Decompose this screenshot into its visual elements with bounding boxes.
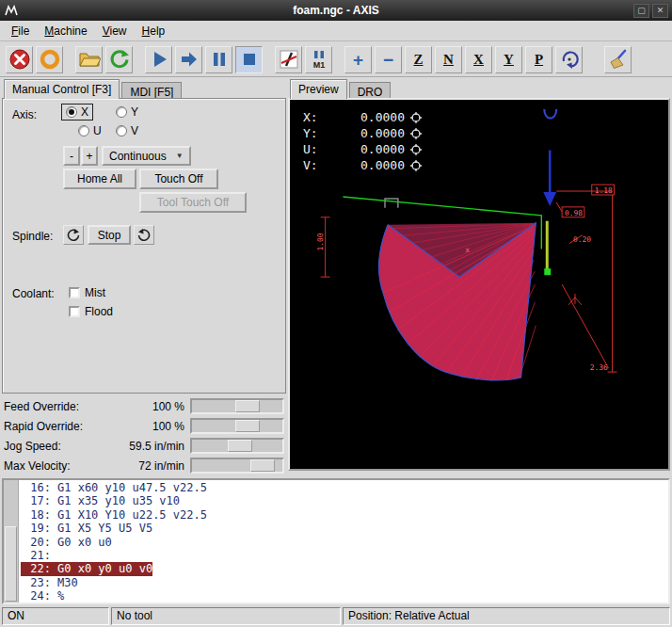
tab-manual-control[interactable]: Manual Control [F3] (4, 79, 120, 99)
titlebar: foam.ngc - AXIS ▢ ✕ (0, 0, 672, 21)
jog-speed-slider[interactable] (190, 438, 284, 454)
open-file-button[interactable] (75, 46, 103, 73)
gcode-line: 23:M30 (21, 576, 668, 589)
view-perspective-button[interactable]: P (525, 46, 552, 73)
view-z-button[interactable]: Z (405, 46, 432, 73)
rapid-override-value: 100 % (94, 420, 184, 433)
jog-speed-value: 59.5 in/min (94, 440, 184, 453)
gcode-line: 20:G0 x0 u0 (21, 536, 668, 549)
spindle-ccw-button[interactable] (63, 225, 84, 245)
mist-checkbox[interactable]: Mist (69, 286, 105, 299)
svg-text:1.00: 1.00 (316, 233, 325, 250)
svg-text:x: x (465, 246, 470, 254)
svg-text:1.18: 1.18 (595, 186, 613, 195)
mist-checkbox-icon (69, 287, 80, 298)
svg-text:2.36: 2.36 (590, 363, 608, 372)
coolant-label: Coolant: (12, 287, 55, 300)
menu-view[interactable]: View (95, 23, 135, 40)
run-button[interactable] (145, 46, 172, 73)
machine-state-status: ON (2, 607, 109, 625)
max-velocity-value: 72 in/min (94, 459, 184, 473)
maximize-button[interactable]: ▢ (633, 4, 649, 18)
gcode-line: 21: (21, 549, 668, 562)
rapid-override-handle[interactable] (235, 420, 260, 432)
feed-override-handle[interactable] (235, 400, 260, 412)
broom-icon (607, 48, 630, 71)
gcode-scrollbar-thumb[interactable] (5, 526, 17, 602)
window-title: foam.ngc - AXIS (0, 4, 672, 17)
preview-panel[interactable]: 1.18 0.98 0.20 1.00 2.36 x X: 0.0000 Y: … (288, 98, 670, 471)
gcode-listing: 16:G1 x60 y10 u47.5 v22.5 17:G1 x35 y10 … (2, 478, 670, 604)
optional-pause-button[interactable]: M1 (305, 46, 332, 73)
radio-x-icon (66, 106, 77, 118)
menu-machine[interactable]: Machine (37, 23, 94, 40)
axis-radio-u[interactable]: U (74, 123, 105, 138)
gcode-line: 24:% (21, 589, 668, 603)
max-velocity-slider[interactable] (190, 458, 284, 474)
view-y-icon: Y (504, 52, 514, 68)
axis-radio-y[interactable]: Y (112, 104, 142, 120)
jog-minus-button[interactable]: - (63, 146, 80, 166)
close-button[interactable]: ✕ (652, 4, 668, 18)
rotate-view-button[interactable] (555, 46, 583, 73)
gcode-lines[interactable]: 16:G1 x60 y10 u47.5 v22.5 17:G1 x35 y10 … (19, 480, 668, 603)
machine-power-button[interactable] (36, 46, 63, 73)
clear-plot-button[interactable] (604, 46, 632, 73)
touch-off-button[interactable]: Touch Off (139, 169, 218, 189)
jog-mode-select[interactable]: Continuous ▼ (102, 146, 191, 166)
unhomed-icon (410, 128, 422, 139)
max-velocity-label: Max Velocity: (4, 459, 71, 473)
max-velocity-handle[interactable] (250, 459, 275, 472)
view-z-icon: Z (413, 52, 423, 68)
position-status: Position: Relative Actual (343, 607, 670, 625)
right-tab-bar: Preview DRO (290, 79, 392, 99)
rapid-override-slider[interactable] (190, 418, 284, 434)
spindle-stop-button[interactable]: Stop (88, 225, 131, 245)
gcode-line: 19:G1 X5 Y5 U5 V5 (21, 522, 668, 535)
pause-button[interactable] (205, 46, 232, 73)
zoom-out-button[interactable]: − (375, 46, 402, 73)
skip-lines-button[interactable] (275, 46, 302, 73)
view-z-rotated-button[interactable]: N (435, 46, 462, 73)
reload-icon (108, 48, 131, 71)
left-tab-bar: Manual Control [F3] MDI [F5] (4, 79, 184, 99)
view-y-button[interactable]: Y (495, 46, 522, 73)
svg-text:M1: M1 (312, 60, 325, 70)
spindle-cw-icon (136, 228, 152, 243)
home-all-button[interactable]: Home All (63, 169, 136, 189)
radio-u-icon (78, 125, 89, 137)
view-z-rotated-icon: N (443, 52, 454, 68)
gcode-line: 17:G1 x35 y10 u35 v10 (21, 494, 668, 507)
reload-button[interactable] (105, 46, 133, 73)
tool-status: No tool (111, 607, 341, 625)
axis-radio-v[interactable]: V (112, 123, 142, 138)
feed-override-slider[interactable] (190, 398, 284, 414)
menu-help[interactable]: Help (135, 23, 173, 40)
tab-dro[interactable]: DRO (349, 82, 392, 99)
spindle-label: Spindle: (12, 230, 53, 243)
jog-speed-handle[interactable] (228, 440, 252, 452)
rotate-icon (558, 48, 581, 71)
tab-preview[interactable]: Preview (290, 79, 347, 99)
spindle-cw-button[interactable] (134, 225, 154, 245)
jog-plus-button[interactable]: + (81, 146, 98, 166)
estop-icon (8, 48, 31, 71)
view-x-button[interactable]: X (465, 46, 492, 73)
tool-touch-off-button[interactable]: Tool Touch Off (139, 192, 247, 213)
folder-icon (78, 48, 101, 71)
menu-file[interactable]: File (4, 23, 37, 40)
dro-row-x: X: 0.0000 (303, 109, 422, 125)
flood-checkbox[interactable]: Flood (69, 305, 113, 318)
gcode-scrollbar[interactable] (4, 480, 19, 603)
tab-mdi[interactable]: MDI [F5] (121, 82, 182, 99)
axis-window: { "window": { "title": "foam.ngc - AXIS"… (0, 0, 672, 627)
axis-radio-x[interactable]: X (61, 104, 93, 121)
step-button[interactable] (175, 46, 202, 73)
zoom-in-button[interactable]: + (344, 46, 372, 73)
spindle-ccw-icon (66, 228, 81, 243)
rapid-override-label: Rapid Override: (4, 420, 83, 433)
toolbar: M1 + − Z N X Y P (0, 42, 672, 77)
step-icon (178, 48, 200, 71)
estop-button[interactable] (6, 46, 33, 73)
stop-button[interactable] (235, 46, 263, 73)
